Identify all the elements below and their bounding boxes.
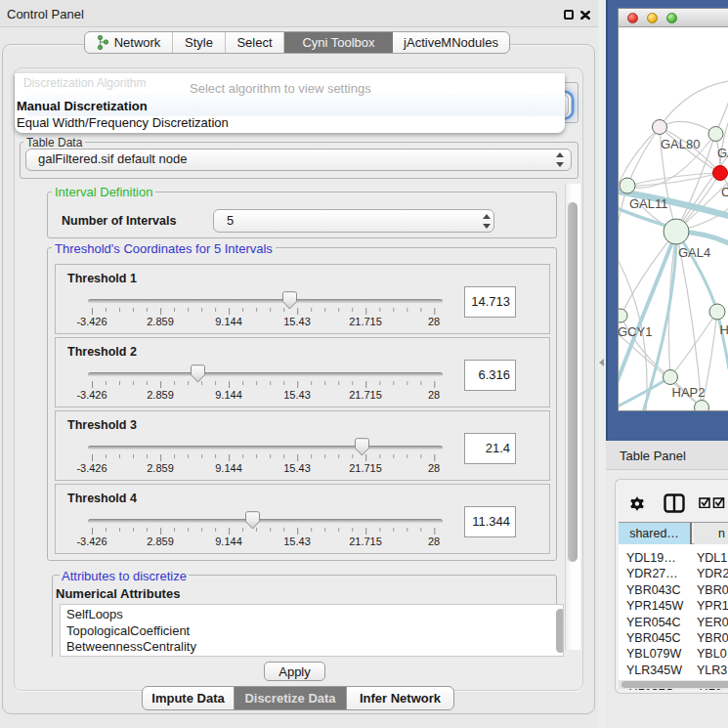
svg-text:GAL4: GAL4 — [678, 245, 710, 260]
svg-text:GAL80: GAL80 — [661, 137, 700, 151]
svg-text:GCY1: GCY1 — [619, 324, 652, 339]
svg-text:GAL11: GAL11 — [629, 196, 668, 211]
svg-text:GA: GA — [717, 146, 728, 160]
svg-text:HI: HI — [720, 322, 728, 337]
svg-text:CD: CD — [721, 185, 728, 199]
svg-text:HAP2: HAP2 — [672, 385, 706, 400]
